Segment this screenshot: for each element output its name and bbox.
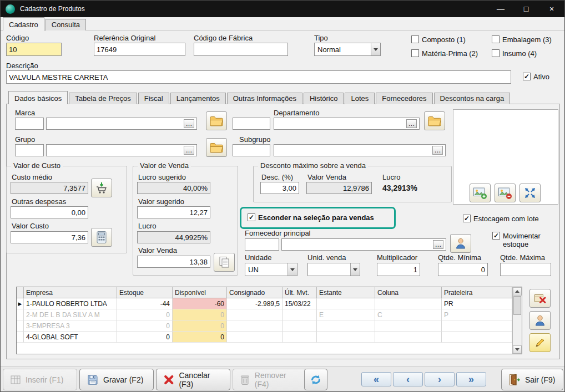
descricao-input[interactable]: VALVULA MESTRE CARRETA xyxy=(6,70,511,84)
close-button[interactable]: × xyxy=(539,1,564,17)
grid-row-empresa-2[interactable]: 2-M DE L B DA SILV A M 0 0 E C P xyxy=(17,309,512,320)
limpar-estoque-empresa-button[interactable] xyxy=(529,289,551,308)
movimentar-estoque-checkbox[interactable]: ✓ Movimentar estoque xyxy=(492,232,548,248)
col-header-consignado[interactable]: Consignado xyxy=(227,287,282,298)
codigo-fabrica-input[interactable] xyxy=(194,43,288,56)
cell-ult-mvt: 15/03/22 xyxy=(282,298,317,309)
unidade-label: Unidade xyxy=(245,253,271,262)
expand-image-button[interactable] xyxy=(519,184,541,202)
col-header-estoque[interactable]: Estoque xyxy=(117,287,173,298)
ativo-checkbox[interactable]: ✓ Ativo xyxy=(523,73,549,81)
grid-row-empresa-4[interactable]: 4-GLOBAL SOFT 0 0 xyxy=(17,332,512,343)
col-header-ult-mvt[interactable]: Últ. Mvt. xyxy=(282,287,317,298)
composto-checkbox[interactable]: Composto (1) xyxy=(411,35,466,44)
fornecedor-cadastro-button[interactable] xyxy=(450,234,471,253)
multiplicador-input[interactable]: 1 xyxy=(377,263,420,276)
empresa-usuario-button[interactable] xyxy=(529,311,551,330)
atualizar-button[interactable] xyxy=(304,369,327,390)
remove-image-button[interactable] xyxy=(495,184,516,202)
codigo-input[interactable]: 10 xyxy=(6,43,62,56)
editar-localizacao-button[interactable] xyxy=(529,333,551,352)
grupo-lookup-button[interactable]: … xyxy=(184,146,194,155)
col-header-disponivel[interactable]: Disponível xyxy=(173,287,227,298)
departamento-lookup-button[interactable]: … xyxy=(406,119,417,128)
scrollbar-thumb[interactable] xyxy=(513,296,521,315)
tab-fiscal[interactable]: Fiscal xyxy=(138,93,169,104)
nav-first-button[interactable]: « xyxy=(361,372,391,386)
tab-consulta[interactable]: Consulta xyxy=(46,19,86,30)
fornecedor-principal-label: Fornecedor principal xyxy=(245,229,311,237)
esconder-selecao-vendas-checkbox[interactable]: ✓ Esconder na seleção para vendas xyxy=(248,213,374,222)
departamento-folder-button[interactable] xyxy=(424,111,445,130)
calcular-custo-button[interactable] xyxy=(91,228,112,247)
cancelar-button[interactable]: Cancelar (F3) xyxy=(156,369,230,390)
subgrupo-name-field[interactable]: … xyxy=(274,144,446,156)
departamento-code-input[interactable] xyxy=(233,118,270,130)
tab-historico[interactable]: Histórico xyxy=(304,93,344,104)
col-header-estante[interactable]: Estante xyxy=(317,287,375,298)
estocagem-lote-checkbox[interactable]: ✓ Estocagem com lote xyxy=(463,215,539,223)
grupo-name-field[interactable]: … xyxy=(46,144,197,156)
referencia-input[interactable]: 17649 xyxy=(94,43,185,56)
tab-cadastro[interactable]: Cadastro xyxy=(3,17,44,30)
minimize-button[interactable]: — xyxy=(488,1,513,17)
sair-button[interactable]: Sair (F9) xyxy=(501,369,563,390)
tab-outras-informacoes[interactable]: Outras Informações xyxy=(227,93,302,104)
unid-venda-select[interactable] xyxy=(307,263,360,276)
nav-next-button[interactable]: › xyxy=(425,372,455,386)
tab-fornecedores[interactable]: Fornecedores xyxy=(376,93,432,104)
subgrupo-lookup-button[interactable]: … xyxy=(432,146,443,155)
fornecedor-lookup-button[interactable]: … xyxy=(433,240,443,249)
outras-despesas-input[interactable]: 0,00 xyxy=(11,206,88,218)
col-header-prateleira[interactable]: Prateleira xyxy=(442,287,512,298)
grid-scrollbar[interactable] xyxy=(512,287,522,354)
grupo-folder-button[interactable] xyxy=(206,138,227,157)
desc-pct-input[interactable]: 3,00 xyxy=(260,182,299,194)
cell-empresa: 1-PAULO ROBERTO LTDA xyxy=(24,298,117,309)
insumo-label: Insumo (4) xyxy=(502,49,537,58)
maximize-button[interactable]: □ xyxy=(513,1,539,17)
tab-lotes[interactable]: Lotes xyxy=(345,93,375,104)
grid-row-empresa-3[interactable]: 3-EMPRESA 3 0 0 xyxy=(17,320,512,332)
unidade-select[interactable]: UN xyxy=(245,263,297,276)
scroll-up-button[interactable] xyxy=(513,287,522,296)
fornecedor-code-input[interactable] xyxy=(245,238,279,251)
nav-prev-button[interactable]: ‹ xyxy=(393,372,423,386)
subgrupo-code-input[interactable] xyxy=(233,144,270,156)
departamento-name-field[interactable]: … xyxy=(274,118,420,130)
col-header-coluna[interactable]: Coluna xyxy=(375,287,442,298)
marca-lookup-button[interactable]: … xyxy=(184,119,194,128)
tab-lancamentos[interactable]: Lançamentos xyxy=(170,93,226,104)
fornecedor-name-field[interactable]: … xyxy=(281,238,446,251)
buscar-custo-compra-button[interactable] xyxy=(91,179,112,197)
marca-folder-button[interactable] xyxy=(206,111,227,130)
valor-venda-input[interactable]: 13,38 xyxy=(137,256,210,268)
copiar-valor-button[interactable] xyxy=(214,253,235,272)
add-image-button[interactable] xyxy=(470,184,491,202)
marca-name-field[interactable]: … xyxy=(46,118,197,130)
qtde-maxima-input[interactable] xyxy=(500,263,551,276)
valor-custo-input[interactable]: 7,36 xyxy=(11,231,88,243)
marca-code-input[interactable] xyxy=(15,118,44,130)
inserir-button[interactable]: Inserir (F1) xyxy=(3,369,77,390)
gravar-button[interactable]: Gravar (F2) xyxy=(79,369,154,390)
qtde-minima-input[interactable]: 0 xyxy=(438,263,488,276)
tab-dados-basicos[interactable]: Dados básicos xyxy=(8,91,68,104)
grupo-code-input[interactable] xyxy=(15,144,44,156)
materia-prima-checkbox[interactable]: Matéria-Prima (2) xyxy=(411,49,478,58)
remover-button[interactable]: Remover (F4) xyxy=(233,369,307,390)
grid-row-empresa-1[interactable]: ▶ 1-PAULO ROBERTO LTDA -44 -60 -2.989,5 … xyxy=(17,298,512,309)
valor-sugerido-input[interactable]: 12,27 xyxy=(137,206,210,218)
embalagem-checkbox[interactable]: Embalagem (3) xyxy=(492,35,552,44)
insumo-checkbox[interactable]: Insumo (4) xyxy=(492,49,537,58)
tipo-select[interactable]: Normal xyxy=(314,43,381,56)
scroll-down-button[interactable] xyxy=(513,345,522,354)
unid-venda-dropdown-button[interactable] xyxy=(350,263,360,276)
nav-last-button[interactable]: » xyxy=(456,372,486,386)
tab-tabela-precos[interactable]: Tabela de Preços xyxy=(69,93,137,104)
tipo-dropdown-button[interactable] xyxy=(371,43,380,55)
unidade-dropdown-button[interactable] xyxy=(287,263,297,276)
tab-descontos-carga[interactable]: Descontos na carga xyxy=(434,93,511,104)
col-header-empresa[interactable]: Empresa xyxy=(24,287,117,298)
cancel-x-icon xyxy=(163,374,174,386)
